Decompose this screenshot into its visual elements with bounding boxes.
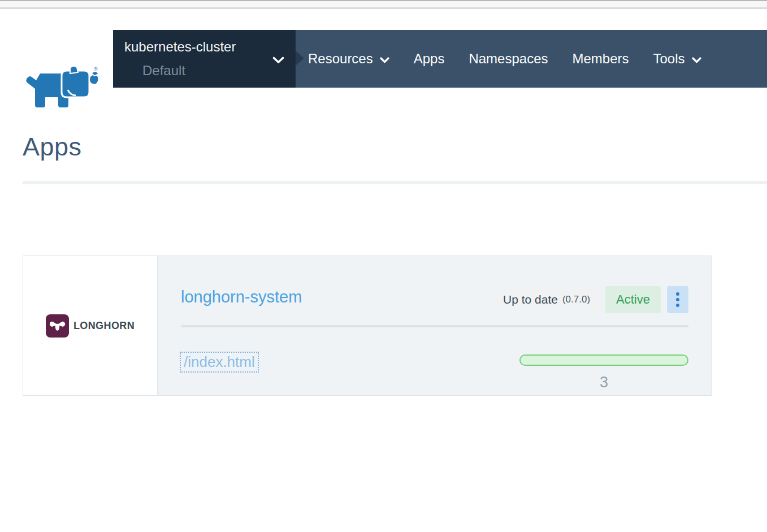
card-divider bbox=[181, 325, 688, 327]
workload-progress-bar bbox=[519, 354, 688, 366]
longhorn-bull-icon bbox=[46, 314, 69, 338]
chevron-down-icon bbox=[380, 51, 389, 67]
nav-item-label: Apps bbox=[414, 51, 445, 67]
page-title: Apps bbox=[23, 132, 82, 162]
app-logo-pane: LONGHORN bbox=[23, 256, 158, 395]
chevron-down-icon bbox=[272, 56, 284, 66]
window-top-strip bbox=[0, 0, 767, 9]
nav-item-label: Tools bbox=[653, 51, 685, 67]
status-badge-label: Active bbox=[616, 292, 650, 307]
cluster-project: Default bbox=[142, 63, 185, 79]
nav-menu: Resources Apps Namespaces Members Tools bbox=[308, 30, 701, 88]
cluster-name: kubernetes-cluster bbox=[124, 39, 236, 55]
longhorn-logo-text: LONGHORN bbox=[73, 320, 135, 332]
nav-item-label: Resources bbox=[308, 51, 373, 67]
version-badge-label: Up to date bbox=[503, 293, 558, 306]
nav-item-tools[interactable]: Tools bbox=[653, 51, 701, 67]
endpoint-link[interactable]: /index.html bbox=[180, 352, 259, 373]
cluster-arrow-notch bbox=[296, 51, 304, 66]
nav-item-label: Namespaces bbox=[469, 51, 548, 67]
app-card-longhorn: LONGHORN longhorn-system Up to date (0.7… bbox=[23, 256, 712, 396]
status-badge: Active bbox=[605, 286, 661, 313]
kebab-menu-icon bbox=[676, 292, 679, 307]
nav-item-label: Members bbox=[572, 51, 629, 67]
kebab-menu-button[interactable] bbox=[667, 286, 688, 313]
nav-item-members[interactable]: Members bbox=[572, 51, 629, 67]
navbar: ® kubernetes-cluster Default Resources A… bbox=[0, 30, 767, 88]
version-badge: Up to date (0.7.0) bbox=[494, 286, 599, 313]
title-divider bbox=[23, 181, 767, 184]
nav-item-resources[interactable]: Resources bbox=[308, 51, 389, 67]
chevron-down-icon bbox=[692, 51, 701, 67]
version-badge-number: (0.7.0) bbox=[562, 294, 590, 305]
rancher-cow-icon: ® bbox=[21, 65, 99, 111]
rancher-logo[interactable]: ® bbox=[21, 65, 99, 111]
nav-item-apps[interactable]: Apps bbox=[414, 51, 445, 67]
longhorn-logo: LONGHORN bbox=[46, 314, 135, 338]
app-card-body: longhorn-system Up to date (0.7.0) Activ… bbox=[158, 256, 711, 395]
pod-count: 3 bbox=[519, 374, 688, 391]
app-name-link[interactable]: longhorn-system bbox=[181, 288, 302, 306]
badge-row: Up to date (0.7.0) Active bbox=[494, 286, 688, 313]
nav-item-namespaces[interactable]: Namespaces bbox=[469, 51, 548, 67]
cluster-selector[interactable]: kubernetes-cluster Default bbox=[113, 30, 296, 88]
registered-mark: ® bbox=[94, 66, 98, 72]
